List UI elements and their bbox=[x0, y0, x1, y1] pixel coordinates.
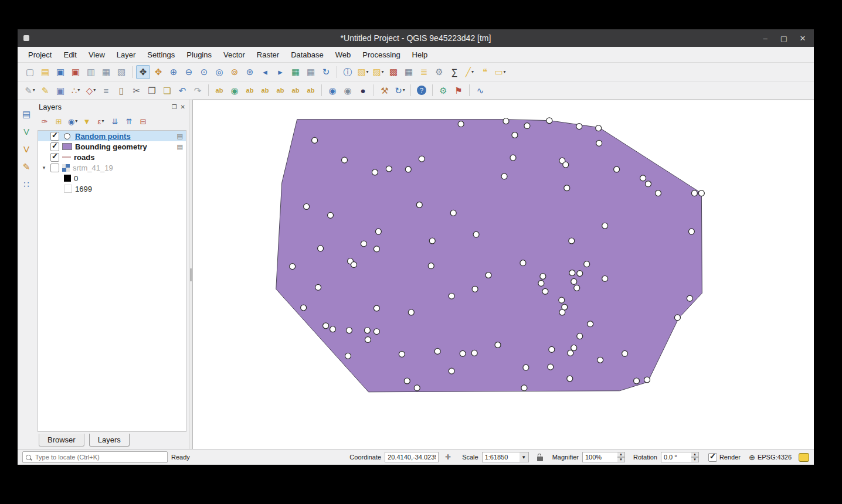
grass-tools-button[interactable]: ⚑ bbox=[451, 83, 466, 97]
scale-dropdown-button[interactable]: ▼ bbox=[520, 452, 529, 462]
menu-item-help[interactable]: Help bbox=[406, 49, 434, 61]
magnifier-input[interactable] bbox=[582, 452, 617, 462]
menu-item-processing[interactable]: Processing bbox=[357, 49, 406, 61]
new-virtual-layer-button[interactable]: V bbox=[19, 142, 33, 156]
save-layer-edits-button[interactable]: ▣ bbox=[53, 83, 67, 97]
highlight-pinned-labels-button[interactable]: ab bbox=[243, 83, 257, 97]
expander-icon[interactable]: ▾ bbox=[40, 165, 47, 171]
open-attribute-table-button[interactable]: ▦ bbox=[402, 65, 416, 79]
show-layout-manager-button[interactable]: ▦ bbox=[99, 65, 113, 79]
new-project-button[interactable]: ▢ bbox=[23, 65, 37, 79]
new-shapefile-layer-button[interactable]: ✎ bbox=[19, 159, 33, 173]
toggle-extents-button[interactable]: ✛ bbox=[443, 452, 453, 462]
manage-map-themes-button[interactable]: ◉▾ bbox=[66, 115, 79, 128]
new-print-layout-button[interactable]: ▥ bbox=[84, 65, 98, 79]
refresh-map-button[interactable]: ↻ bbox=[319, 65, 333, 79]
layer-item-random-points[interactable]: Random points▤ bbox=[38, 131, 186, 141]
float-panel-icon[interactable]: ❐ bbox=[172, 104, 177, 110]
select-by-value-button[interactable]: ▨▾ bbox=[371, 65, 385, 79]
zoom-out-button[interactable]: ⊖ bbox=[182, 65, 196, 79]
open-layer-styling-button[interactable]: ✑ bbox=[38, 115, 51, 128]
reload-plugins-button[interactable]: ↻▾ bbox=[393, 83, 407, 97]
close-panel-icon[interactable]: ✕ bbox=[181, 104, 185, 110]
scale-input[interactable] bbox=[482, 452, 520, 462]
zoom-full-button[interactable]: ◎ bbox=[212, 65, 226, 79]
scale-combo[interactable]: ▼ bbox=[482, 452, 529, 462]
processing-toolbox-button[interactable]: ⚙ bbox=[436, 83, 450, 97]
save-project-as-button[interactable]: ▣ bbox=[69, 65, 83, 79]
layer-item-srtm-41-19[interactable]: ▾srtm_41_19 bbox=[38, 162, 186, 173]
pin-unpin-labels-button[interactable]: ab bbox=[258, 83, 272, 97]
filter-by-expression-button[interactable]: ε▾ bbox=[94, 115, 107, 128]
new-map-view-button[interactable]: ▦ bbox=[288, 65, 303, 79]
layer-checkbox[interactable] bbox=[50, 132, 59, 141]
magnifier-spinbox[interactable]: ▲ ▼ bbox=[582, 452, 625, 462]
filter-legend-button[interactable]: ▼ bbox=[80, 115, 93, 128]
add-delimited-text-button[interactable]: ∷ bbox=[19, 177, 33, 191]
layer-labeling-button[interactable]: ab bbox=[212, 83, 226, 97]
measure-button[interactable]: ╱▾ bbox=[463, 65, 477, 79]
menu-item-raster[interactable]: Raster bbox=[251, 49, 285, 61]
close-button[interactable]: ✕ bbox=[797, 34, 808, 43]
menu-item-database[interactable]: Database bbox=[285, 49, 330, 61]
show-bookmarks-button[interactable]: ● bbox=[356, 83, 370, 97]
copy-features-button[interactable]: ❐ bbox=[145, 83, 159, 97]
coordinate-input[interactable] bbox=[385, 452, 439, 462]
identify-features-button[interactable]: ⓘ bbox=[341, 65, 355, 79]
layer-checkbox[interactable] bbox=[50, 164, 59, 172]
zoom-last-button[interactable]: ◂ bbox=[258, 65, 272, 79]
new-3d-map-view-button[interactable]: ▦ bbox=[304, 65, 318, 79]
menu-item-web[interactable]: Web bbox=[330, 49, 357, 61]
change-label-button[interactable]: ab bbox=[304, 83, 318, 97]
menu-item-vector[interactable]: Vector bbox=[218, 49, 251, 61]
minimize-button[interactable]: – bbox=[760, 34, 770, 43]
lock-scale-icon[interactable] bbox=[537, 457, 543, 461]
spin-up-icon[interactable]: ▲ bbox=[691, 452, 699, 457]
map-canvas[interactable] bbox=[192, 100, 814, 449]
text-annotation-button[interactable]: ▭▾ bbox=[493, 65, 507, 79]
crs-status[interactable]: ⊕ EPSG:4326 bbox=[749, 453, 792, 462]
vertex-tool-button[interactable]: ◇▾ bbox=[84, 83, 98, 97]
profile-tool-button[interactable]: ∿ bbox=[473, 83, 487, 97]
select-features-button[interactable]: ▧▾ bbox=[356, 65, 370, 79]
pan-to-selection-button[interactable]: ✥ bbox=[151, 65, 165, 79]
layer-diagram-button[interactable]: ◉ bbox=[228, 83, 242, 97]
layer-checkbox[interactable] bbox=[50, 153, 59, 162]
zoom-next-button[interactable]: ▸ bbox=[273, 65, 287, 79]
dock-tab-layers[interactable]: Layers bbox=[89, 434, 130, 447]
add-vector-layer-button[interactable]: V bbox=[19, 124, 33, 138]
show-hide-labels-button[interactable]: ab bbox=[273, 83, 287, 97]
open-project-button[interactable]: ▤ bbox=[38, 65, 52, 79]
menu-item-layer[interactable]: Layer bbox=[111, 49, 142, 61]
zoom-native-button[interactable]: ⊙ bbox=[197, 65, 211, 79]
rotation-spinbox[interactable]: ▲ ▼ bbox=[661, 452, 699, 462]
pan-map-button[interactable]: ✥ bbox=[136, 65, 150, 79]
locate-box[interactable] bbox=[22, 451, 168, 463]
render-checkbox[interactable] bbox=[708, 453, 717, 462]
field-calculator-button[interactable]: ≣ bbox=[417, 65, 431, 79]
locate-input[interactable] bbox=[34, 453, 164, 461]
spin-down-icon[interactable]: ▼ bbox=[691, 457, 699, 462]
add-group-button[interactable]: ⊞ bbox=[52, 115, 65, 128]
nominatim-search-button[interactable]: ⚒ bbox=[378, 83, 392, 97]
digitize-button[interactable]: ∴▾ bbox=[69, 83, 83, 97]
zoom-to-selection-button[interactable]: ⊚ bbox=[228, 65, 242, 79]
current-edits-button[interactable]: ✎▾ bbox=[23, 83, 37, 97]
move-label-button[interactable]: ab bbox=[288, 83, 303, 97]
save-project-button[interactable]: ▣ bbox=[53, 65, 67, 79]
cut-features-button[interactable]: ✂ bbox=[130, 83, 144, 97]
undo-button[interactable]: ↶ bbox=[175, 83, 189, 97]
rotation-input[interactable] bbox=[661, 452, 691, 462]
menu-item-edit[interactable]: Edit bbox=[57, 49, 82, 61]
map-tips-button[interactable]: ❝ bbox=[478, 65, 492, 79]
zoom-in-button[interactable]: ⊕ bbox=[167, 65, 181, 79]
dock-tab-browser[interactable]: Browser bbox=[39, 434, 84, 447]
new-bookmark-button[interactable]: ◉ bbox=[341, 83, 355, 97]
menu-item-settings[interactable]: Settings bbox=[141, 49, 181, 61]
zoom-to-layer-button[interactable]: ⊛ bbox=[243, 65, 257, 79]
help-contents-button[interactable]: ? bbox=[415, 83, 429, 97]
toggle-editing-button[interactable]: ✎ bbox=[38, 83, 52, 97]
collapse-all-button[interactable]: ⇈ bbox=[123, 115, 135, 128]
modify-attributes-button[interactable]: ≡ bbox=[99, 83, 113, 97]
project-properties-button[interactable]: ▧ bbox=[114, 65, 128, 79]
